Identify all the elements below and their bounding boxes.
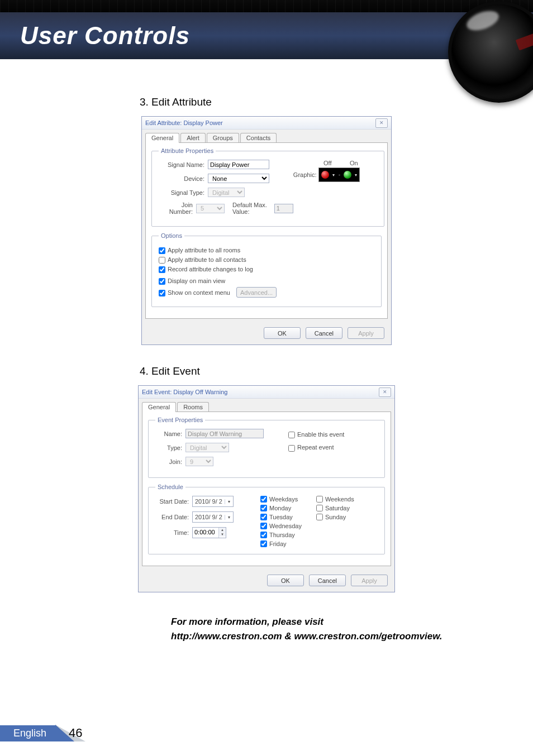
default-max-label: Default Max. Value: (232, 202, 272, 215)
signal-type-select: Digital (208, 188, 245, 197)
opt-record-log[interactable]: Record attribute changes to log (159, 266, 270, 273)
tab-groups[interactable]: Groups (207, 133, 239, 143)
tuesday-checkbox[interactable] (260, 514, 267, 520)
wednesday[interactable]: Wednesday (260, 523, 302, 529)
options-legend: Options (159, 232, 184, 239)
tuesday[interactable]: Tuesday (260, 514, 302, 520)
start-date-label: Start Date: (155, 498, 189, 505)
event-type-label: Type: (155, 444, 182, 451)
dialog2-buttons: OK Cancel Apply (139, 570, 394, 592)
step-3-heading: 3. Edit Attribute (140, 96, 499, 108)
default-max-input (274, 204, 293, 213)
chevron-down-icon[interactable]: ▾ (225, 515, 233, 520)
weekends-checkbox[interactable] (316, 496, 323, 503)
status-on-icon (344, 171, 351, 179)
join-number-select: 5 (196, 204, 225, 213)
spinner-up-icon[interactable]: ▲ (219, 528, 226, 532)
event-join-label: Join: (155, 458, 182, 465)
time-spinner[interactable]: ▲▼ (192, 527, 226, 538)
attribute-properties-group: Attribute Properties Signal Name: Device… (151, 147, 384, 227)
sunday[interactable]: Sunday (316, 514, 354, 520)
tab-general[interactable]: General (145, 133, 179, 143)
monday[interactable]: Monday (260, 505, 302, 511)
page-footer: English 46 (0, 725, 85, 741)
graphic-on-label: On (350, 160, 358, 166)
tab-contacts[interactable]: Contacts (240, 133, 277, 143)
end-date-label: End Date: (155, 514, 189, 520)
weekdays-checkbox[interactable] (260, 496, 267, 503)
graphic-preview[interactable]: ▾ - ▾ (318, 168, 360, 182)
ok-button[interactable]: OK (264, 327, 301, 339)
weekends[interactable]: Weekends (316, 496, 354, 503)
edit-attribute-dialog: Edit Attribute: Display Power ✕ General … (141, 116, 392, 345)
thursday-checkbox[interactable] (260, 532, 267, 538)
close-icon[interactable]: ✕ (375, 118, 388, 128)
event-name-label: Name: (155, 430, 182, 437)
apply-button: Apply (348, 327, 384, 339)
edit-event-dialog: Edit Event: Display Off Warning ✕ Genera… (138, 385, 395, 592)
chapter-title-bar: User Controls (0, 12, 533, 59)
chapter-title: User Controls (20, 22, 190, 50)
thursday[interactable]: Thursday (260, 532, 302, 538)
device-select[interactable]: None (208, 174, 269, 183)
footer-language: English (0, 725, 55, 741)
tab-alert[interactable]: Alert (180, 133, 206, 143)
dialog1-buttons: OK Cancel Apply (142, 323, 391, 344)
ok-button[interactable]: OK (267, 575, 304, 586)
opt-all-contacts[interactable]: Apply attribute to all contacts (159, 256, 270, 264)
info-line1: For more information, please visit (171, 615, 466, 629)
opt-record-log-checkbox[interactable] (159, 266, 165, 273)
tab-rooms[interactable]: Rooms (177, 402, 209, 412)
opt-main-view-checkbox[interactable] (159, 278, 165, 285)
event-properties-legend: Event Properties (155, 417, 205, 423)
saturday-checkbox[interactable] (316, 505, 323, 511)
close-icon[interactable]: ✕ (379, 387, 391, 397)
monday-checkbox[interactable] (260, 505, 267, 511)
dialog2-tabs: General Rooms (142, 402, 391, 412)
end-date-field[interactable]: 2010/ 9/ 2 ▾ (192, 511, 234, 523)
step-4-heading: 4. Edit Event (140, 365, 499, 377)
start-date-field[interactable]: 2010/ 9/ 2 ▾ (192, 496, 234, 507)
repeat-event[interactable]: Repeat event (288, 444, 378, 451)
signal-name-input[interactable] (208, 160, 269, 169)
chevron-down-icon[interactable]: ▾ (225, 499, 233, 504)
friday[interactable]: Friday (260, 540, 302, 547)
wednesday-checkbox[interactable] (260, 523, 267, 529)
opt-context-menu[interactable]: Show on context menu Advanced... (159, 287, 277, 298)
event-join-select: 9 (185, 457, 213, 466)
spinner-down-icon[interactable]: ▼ (219, 532, 226, 537)
opt-all-rooms[interactable]: Apply attribute to all rooms (159, 247, 270, 254)
repeat-event-checkbox[interactable] (288, 445, 295, 452)
signal-name-label: Signal Name: (159, 161, 204, 168)
time-input[interactable] (193, 528, 218, 537)
enable-event[interactable]: Enable this event (288, 431, 378, 438)
graphic-label: Graphic: (293, 171, 317, 178)
opt-all-contacts-checkbox[interactable] (159, 257, 165, 264)
friday-checkbox[interactable] (260, 540, 267, 547)
signal-type-label: Signal Type: (159, 189, 204, 196)
apply-button: Apply (351, 575, 388, 586)
page-number: 46 (69, 726, 82, 740)
device-label: Device: (159, 175, 204, 182)
cancel-button[interactable]: Cancel (306, 327, 342, 339)
top-grid-decoration (0, 0, 533, 12)
cancel-button[interactable]: Cancel (309, 575, 346, 586)
event-name-input (185, 429, 264, 438)
opt-main-view[interactable]: Display on main view (159, 277, 277, 285)
weekdays[interactable]: Weekdays (260, 496, 302, 503)
tab-general[interactable]: General (142, 402, 176, 412)
info-line2: http://www.crestron.com & www.crestron.c… (171, 629, 466, 644)
saturday[interactable]: Saturday (316, 505, 354, 511)
dialog1-tabs: General Alert Groups Contacts (145, 133, 388, 143)
time-label: Time: (155, 529, 189, 536)
schedule-group: Schedule Start Date: 2010/ 9/ 2 ▾ End Da… (148, 484, 385, 554)
opt-all-rooms-checkbox[interactable] (159, 247, 165, 254)
opt-context-menu-checkbox[interactable] (159, 290, 165, 296)
chevron-down-icon[interactable]: ▾ (331, 173, 336, 178)
join-number-label: Join Number: (159, 202, 193, 215)
enable-event-checkbox[interactable] (288, 432, 295, 438)
chevron-down-icon[interactable]: ▾ (353, 173, 359, 178)
dialog1-title: Edit Attribute: Display Power (145, 119, 223, 126)
status-off-icon (321, 171, 329, 179)
sunday-checkbox[interactable] (316, 514, 323, 520)
